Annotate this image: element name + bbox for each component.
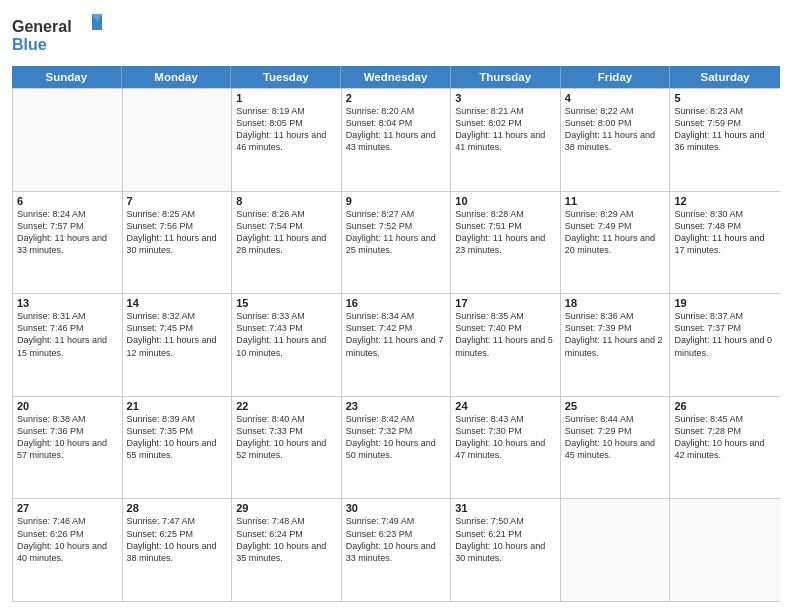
day-cell-25: 25Sunrise: 8:44 AM Sunset: 7:29 PM Dayli… — [561, 397, 671, 499]
empty-cell-0-0 — [13, 89, 123, 191]
day-cell-20: 20Sunrise: 8:38 AM Sunset: 7:36 PM Dayli… — [13, 397, 123, 499]
day-number: 6 — [17, 195, 118, 207]
header-day-thursday: Thursday — [451, 66, 561, 88]
day-cell-18: 18Sunrise: 8:36 AM Sunset: 7:39 PM Dayli… — [561, 294, 671, 396]
day-cell-2: 2Sunrise: 8:20 AM Sunset: 8:04 PM Daylig… — [342, 89, 452, 191]
day-cell-16: 16Sunrise: 8:34 AM Sunset: 7:42 PM Dayli… — [342, 294, 452, 396]
day-number: 27 — [17, 502, 118, 514]
day-number: 9 — [346, 195, 447, 207]
day-info: Sunrise: 8:27 AM Sunset: 7:52 PM Dayligh… — [346, 208, 447, 257]
day-info: Sunrise: 8:44 AM Sunset: 7:29 PM Dayligh… — [565, 413, 666, 462]
day-info: Sunrise: 8:34 AM Sunset: 7:42 PM Dayligh… — [346, 310, 447, 359]
day-number: 12 — [674, 195, 776, 207]
day-number: 14 — [127, 297, 228, 309]
day-number: 28 — [127, 502, 228, 514]
day-info: Sunrise: 8:31 AM Sunset: 7:46 PM Dayligh… — [17, 310, 118, 359]
calendar-row-2: 6Sunrise: 8:24 AM Sunset: 7:57 PM Daylig… — [13, 191, 780, 294]
day-info: Sunrise: 8:23 AM Sunset: 7:59 PM Dayligh… — [674, 105, 776, 154]
page-header: General Blue — [12, 10, 780, 58]
day-info: Sunrise: 8:35 AM Sunset: 7:40 PM Dayligh… — [455, 310, 556, 359]
day-info: Sunrise: 8:20 AM Sunset: 8:04 PM Dayligh… — [346, 105, 447, 154]
calendar-row-4: 20Sunrise: 8:38 AM Sunset: 7:36 PM Dayli… — [13, 396, 780, 499]
day-info: Sunrise: 7:48 AM Sunset: 6:24 PM Dayligh… — [236, 515, 337, 564]
day-cell-11: 11Sunrise: 8:29 AM Sunset: 7:49 PM Dayli… — [561, 192, 671, 294]
day-cell-14: 14Sunrise: 8:32 AM Sunset: 7:45 PM Dayli… — [123, 294, 233, 396]
header-day-friday: Friday — [561, 66, 671, 88]
day-cell-6: 6Sunrise: 8:24 AM Sunset: 7:57 PM Daylig… — [13, 192, 123, 294]
empty-cell-4-5 — [561, 499, 671, 601]
day-info: Sunrise: 8:36 AM Sunset: 7:39 PM Dayligh… — [565, 310, 666, 359]
calendar: SundayMondayTuesdayWednesdayThursdayFrid… — [12, 66, 780, 602]
empty-cell-4-6 — [670, 499, 780, 601]
day-number: 13 — [17, 297, 118, 309]
day-cell-12: 12Sunrise: 8:30 AM Sunset: 7:48 PM Dayli… — [670, 192, 780, 294]
day-cell-13: 13Sunrise: 8:31 AM Sunset: 7:46 PM Dayli… — [13, 294, 123, 396]
day-cell-1: 1Sunrise: 8:19 AM Sunset: 8:05 PM Daylig… — [232, 89, 342, 191]
day-number: 26 — [674, 400, 776, 412]
day-cell-21: 21Sunrise: 8:39 AM Sunset: 7:35 PM Dayli… — [123, 397, 233, 499]
svg-text:General: General — [12, 18, 72, 35]
day-info: Sunrise: 8:28 AM Sunset: 7:51 PM Dayligh… — [455, 208, 556, 257]
day-number: 30 — [346, 502, 447, 514]
day-info: Sunrise: 7:50 AM Sunset: 6:21 PM Dayligh… — [455, 515, 556, 564]
calendar-row-5: 27Sunrise: 7:46 AM Sunset: 6:26 PM Dayli… — [13, 498, 780, 601]
day-number: 8 — [236, 195, 337, 207]
day-number: 2 — [346, 92, 447, 104]
day-number: 5 — [674, 92, 776, 104]
header-day-wednesday: Wednesday — [341, 66, 451, 88]
day-cell-31: 31Sunrise: 7:50 AM Sunset: 6:21 PM Dayli… — [451, 499, 561, 601]
header-day-tuesday: Tuesday — [231, 66, 341, 88]
day-number: 19 — [674, 297, 776, 309]
day-number: 25 — [565, 400, 666, 412]
day-info: Sunrise: 8:25 AM Sunset: 7:56 PM Dayligh… — [127, 208, 228, 257]
day-number: 17 — [455, 297, 556, 309]
day-number: 3 — [455, 92, 556, 104]
calendar-header: SundayMondayTuesdayWednesdayThursdayFrid… — [12, 66, 780, 88]
day-number: 24 — [455, 400, 556, 412]
day-cell-24: 24Sunrise: 8:43 AM Sunset: 7:30 PM Dayli… — [451, 397, 561, 499]
day-info: Sunrise: 8:37 AM Sunset: 7:37 PM Dayligh… — [674, 310, 776, 359]
day-cell-22: 22Sunrise: 8:40 AM Sunset: 7:33 PM Dayli… — [232, 397, 342, 499]
day-number: 10 — [455, 195, 556, 207]
day-info: Sunrise: 8:40 AM Sunset: 7:33 PM Dayligh… — [236, 413, 337, 462]
day-cell-26: 26Sunrise: 8:45 AM Sunset: 7:28 PM Dayli… — [670, 397, 780, 499]
day-cell-10: 10Sunrise: 8:28 AM Sunset: 7:51 PM Dayli… — [451, 192, 561, 294]
day-info: Sunrise: 8:19 AM Sunset: 8:05 PM Dayligh… — [236, 105, 337, 154]
day-cell-29: 29Sunrise: 7:48 AM Sunset: 6:24 PM Dayli… — [232, 499, 342, 601]
day-info: Sunrise: 8:33 AM Sunset: 7:43 PM Dayligh… — [236, 310, 337, 359]
day-info: Sunrise: 8:32 AM Sunset: 7:45 PM Dayligh… — [127, 310, 228, 359]
day-cell-4: 4Sunrise: 8:22 AM Sunset: 8:00 PM Daylig… — [561, 89, 671, 191]
day-cell-19: 19Sunrise: 8:37 AM Sunset: 7:37 PM Dayli… — [670, 294, 780, 396]
day-info: Sunrise: 8:22 AM Sunset: 8:00 PM Dayligh… — [565, 105, 666, 154]
day-number: 7 — [127, 195, 228, 207]
header-day-sunday: Sunday — [12, 66, 122, 88]
day-cell-15: 15Sunrise: 8:33 AM Sunset: 7:43 PM Dayli… — [232, 294, 342, 396]
day-info: Sunrise: 7:49 AM Sunset: 6:23 PM Dayligh… — [346, 515, 447, 564]
day-number: 1 — [236, 92, 337, 104]
day-number: 22 — [236, 400, 337, 412]
day-cell-7: 7Sunrise: 8:25 AM Sunset: 7:56 PM Daylig… — [123, 192, 233, 294]
calendar-row-1: 1Sunrise: 8:19 AM Sunset: 8:05 PM Daylig… — [13, 88, 780, 191]
calendar-row-3: 13Sunrise: 8:31 AM Sunset: 7:46 PM Dayli… — [13, 293, 780, 396]
header-day-monday: Monday — [122, 66, 232, 88]
day-number: 18 — [565, 297, 666, 309]
day-cell-3: 3Sunrise: 8:21 AM Sunset: 8:02 PM Daylig… — [451, 89, 561, 191]
empty-cell-0-1 — [123, 89, 233, 191]
day-number: 23 — [346, 400, 447, 412]
day-info: Sunrise: 8:21 AM Sunset: 8:02 PM Dayligh… — [455, 105, 556, 154]
day-cell-17: 17Sunrise: 8:35 AM Sunset: 7:40 PM Dayli… — [451, 294, 561, 396]
day-info: Sunrise: 8:26 AM Sunset: 7:54 PM Dayligh… — [236, 208, 337, 257]
day-number: 31 — [455, 502, 556, 514]
day-info: Sunrise: 8:29 AM Sunset: 7:49 PM Dayligh… — [565, 208, 666, 257]
day-cell-28: 28Sunrise: 7:47 AM Sunset: 6:25 PM Dayli… — [123, 499, 233, 601]
logo: General Blue — [12, 10, 102, 58]
svg-text:Blue: Blue — [12, 36, 47, 53]
day-info: Sunrise: 8:30 AM Sunset: 7:48 PM Dayligh… — [674, 208, 776, 257]
day-info: Sunrise: 8:42 AM Sunset: 7:32 PM Dayligh… — [346, 413, 447, 462]
day-number: 21 — [127, 400, 228, 412]
day-number: 15 — [236, 297, 337, 309]
logo-svg: General Blue — [12, 10, 102, 58]
day-info: Sunrise: 8:45 AM Sunset: 7:28 PM Dayligh… — [674, 413, 776, 462]
day-cell-8: 8Sunrise: 8:26 AM Sunset: 7:54 PM Daylig… — [232, 192, 342, 294]
calendar-body: 1Sunrise: 8:19 AM Sunset: 8:05 PM Daylig… — [12, 88, 780, 602]
